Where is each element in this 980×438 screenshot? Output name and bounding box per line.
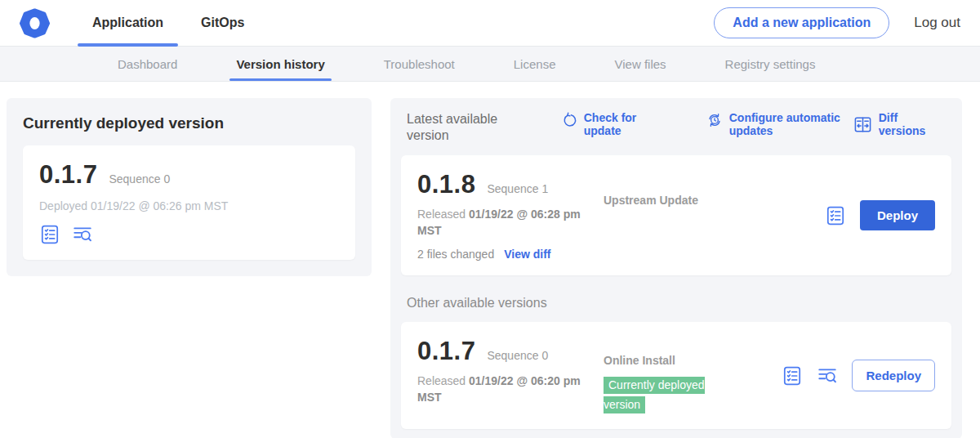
refresh-icon <box>561 112 577 128</box>
auto-update-icon <box>706 112 723 128</box>
check-for-update-link[interactable]: Check for update <box>561 111 643 137</box>
app-logo-icon <box>20 0 50 46</box>
other-sequence-label: Sequence 0 <box>487 349 548 362</box>
deployed-version-card: 0.1.7 Sequence 0 Deployed 01/19/22 @ 06:… <box>23 145 355 260</box>
top-nav: Application GitOps Add a new application… <box>0 0 980 47</box>
view-logs-icon[interactable] <box>817 365 838 387</box>
deployed-version-number: 0.1.7 <box>39 160 97 190</box>
latest-source-label: Upstream Update <box>604 194 698 207</box>
other-versions-title: Other available versions <box>407 296 946 311</box>
release-notes-icon[interactable] <box>782 365 803 387</box>
logout-link[interactable]: Log out <box>914 15 960 31</box>
latest-available-panel: Latest available version Check for updat… <box>390 98 962 438</box>
view-diff-link[interactable]: View diff <box>504 248 550 261</box>
latest-version-number: 0.1.8 <box>417 170 475 199</box>
deploy-button[interactable]: Deploy <box>860 200 935 230</box>
diff-icon <box>853 115 872 134</box>
other-version-number: 0.1.7 <box>417 337 475 366</box>
configure-automatic-updates-label: Configure automatic updates <box>729 111 853 137</box>
diff-versions-label: Diff versions <box>879 111 946 137</box>
subnav-item-dashboard[interactable]: Dashboard <box>116 47 179 81</box>
subnav-item-view-files[interactable]: View files <box>612 47 667 81</box>
check-for-update-label: Check for update <box>584 111 643 137</box>
tab-application[interactable]: Application <box>78 0 178 46</box>
subnav-item-version-history[interactable]: Version history <box>234 47 326 81</box>
latest-sequence-label: Sequence 1 <box>487 182 548 195</box>
sub-nav: Dashboard Version history Troubleshoot L… <box>0 47 980 82</box>
latest-panel-title: Latest available version <box>407 111 527 144</box>
subnav-item-license[interactable]: License <box>512 47 558 81</box>
latest-version-card: 0.1.8 Sequence 1 Released 01/19/22 @ 06:… <box>401 155 951 275</box>
add-application-button[interactable]: Add a new application <box>714 7 889 38</box>
configure-automatic-updates-link[interactable]: Configure automatic updates <box>706 111 853 137</box>
release-notes-icon[interactable] <box>39 224 60 245</box>
redeploy-button[interactable]: Redeploy <box>852 360 935 391</box>
subnav-item-troubleshoot[interactable]: Troubleshoot <box>382 47 457 81</box>
other-released-timestamp: Released 01/19/22 @ 06:20 pm MST <box>417 373 593 405</box>
tab-gitops[interactable]: GitOps <box>186 0 259 46</box>
deployed-panel-title: Currently deployed version <box>23 114 355 132</box>
files-changed-label: 2 files changed <box>417 248 494 261</box>
subnav-item-registry-settings[interactable]: Registry settings <box>724 47 817 81</box>
release-notes-icon[interactable] <box>825 205 846 226</box>
deployed-timestamp: Deployed 01/19/22 @ 06:26 pm MST <box>39 199 339 212</box>
main-content: Currently deployed version 0.1.7 Sequenc… <box>0 82 980 438</box>
other-source-label: Online Install <box>604 354 675 367</box>
view-logs-icon[interactable] <box>72 224 93 245</box>
diff-versions-link[interactable]: Diff versions <box>853 111 946 137</box>
topnav-spacer <box>259 0 714 46</box>
latest-released-timestamp: Released 01/19/22 @ 06:28 pm MST <box>417 207 593 239</box>
other-version-card: 0.1.7 Sequence 0 Released 01/19/22 @ 06:… <box>401 322 951 429</box>
deployed-sequence-label: Sequence 0 <box>109 172 170 185</box>
currently-deployed-panel: Currently deployed version 0.1.7 Sequenc… <box>7 98 372 276</box>
currently-deployed-badge: Currently deployed version <box>604 377 705 413</box>
